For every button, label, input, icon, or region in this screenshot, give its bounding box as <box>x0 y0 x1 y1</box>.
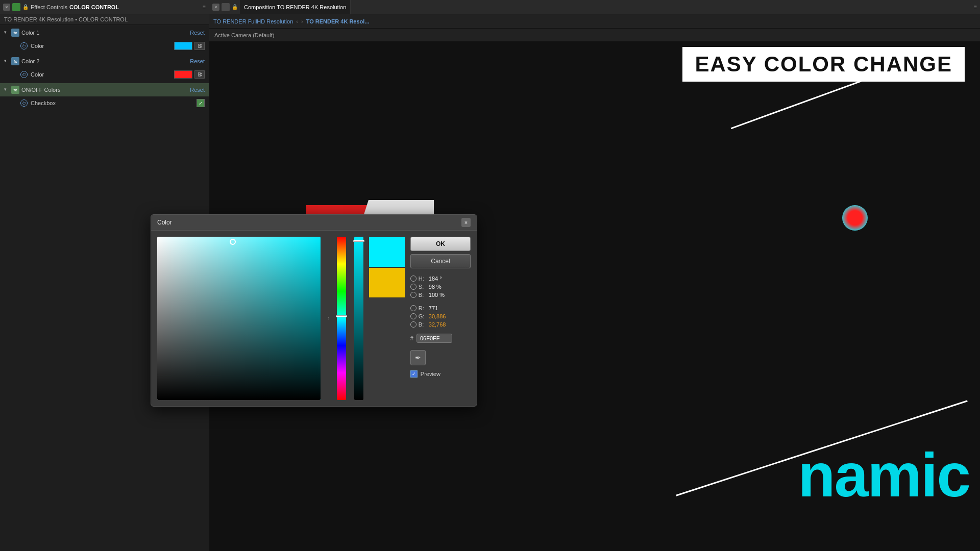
hex-label: # <box>410 335 413 341</box>
dialog-close-btn[interactable]: × <box>461 218 471 227</box>
color2-section: ▾ fx Color 2 Reset ⏱ Color ⛓ <box>0 54 209 82</box>
breadcrumb-arrow2: › <box>301 18 303 24</box>
banner-text: EASY COLOR CHANGE <box>695 52 952 76</box>
comp-tab-active[interactable]: Composition TO RENDER 4K Resolution <box>240 0 351 14</box>
hue-slider[interactable] <box>337 237 346 400</box>
color2-row[interactable]: ▾ fx Color 2 Reset <box>0 55 209 68</box>
color1-reset-btn[interactable]: Reset <box>190 30 205 36</box>
dialog-body: › OK Cancel H: <box>151 231 477 406</box>
controls-col: OK Cancel H: 184 ° S: 98 % B: <box>410 237 471 400</box>
blue-value: 32,768 <box>429 321 446 328</box>
comp-name-label: COLOR CONTROL <box>69 4 119 10</box>
color1-color-row: ⏱ Color ⛓ <box>0 39 209 53</box>
breadcrumb-item-4k[interactable]: TO RENDER 4K Resol... <box>306 18 370 24</box>
comp-tab-menu-icon[interactable]: ≡ <box>974 4 977 10</box>
comp-tab-name: TO RENDER 4K Resolution <box>277 4 346 10</box>
hex-input[interactable] <box>416 334 452 343</box>
hue-value: 184 ° <box>429 276 442 282</box>
swatch-new <box>369 237 405 267</box>
comp-breadcrumb-bar: TO RENDER FullHD Resolution ‹ › TO RENDE… <box>209 14 980 29</box>
fx-icon-color2: fx <box>11 57 19 65</box>
sat-input-row: S: 98 % <box>410 284 471 290</box>
green-radio[interactable] <box>410 313 416 319</box>
brightness-slider[interactable] <box>354 237 363 400</box>
bright-radio[interactable] <box>410 292 416 298</box>
red-input-row: R: 771 <box>410 305 471 311</box>
tab-menu-icon[interactable]: ≡ <box>203 4 206 10</box>
color2-color-label: Color <box>31 71 174 78</box>
sat-label: S: <box>419 284 427 290</box>
color-picker-gradient[interactable] <box>157 237 321 400</box>
fx-icon-color1: fx <box>11 29 19 37</box>
onoff-reset-btn[interactable]: Reset <box>190 87 205 93</box>
stopwatch-icon-color2[interactable]: ⏱ <box>20 71 28 78</box>
color1-name: Color 1 <box>21 30 190 36</box>
stopwatch-icon-onoff[interactable]: ⏱ <box>20 99 28 107</box>
swatch-old <box>369 267 405 298</box>
hue-label: H: <box>419 276 427 282</box>
breadcrumb-arrow: ‹ <box>296 18 298 24</box>
onoff-row[interactable]: ▾ fx ON/OFF Colors Reset <box>0 83 209 96</box>
sat-radio[interactable] <box>410 284 416 290</box>
color2-link-btn[interactable]: ⛓ <box>194 70 205 79</box>
dynamic-text: namic <box>798 440 970 510</box>
blue-input-row: B: 32,768 <box>410 321 471 328</box>
hue-indicator <box>336 315 347 317</box>
green-value: 30,886 <box>429 313 446 319</box>
checkbox-control[interactable]: ✓ <box>197 99 205 107</box>
blue-radio[interactable] <box>410 321 416 328</box>
comp-lock-icon: 🔒 <box>232 4 238 10</box>
lock-icon: 🔒 <box>22 4 29 10</box>
red-label: R: <box>419 305 427 311</box>
red-radio[interactable] <box>410 305 416 311</box>
collapse-arrow-color1[interactable]: ▾ <box>4 30 10 36</box>
brightness-slider-col <box>352 237 363 400</box>
active-camera-bar: Active Camera (Default) <box>209 29 980 42</box>
onoff-name: ON/OFF Colors <box>21 87 190 93</box>
panel-icon <box>12 3 20 11</box>
dialog-titlebar: Color × <box>151 215 477 231</box>
hue-slider-col <box>337 237 346 400</box>
breadcrumb-item-fullhd[interactable]: TO RENDER FullHD Resolution <box>213 18 293 24</box>
cancel-button[interactable]: Cancel <box>410 254 471 268</box>
stopwatch-icon-color1[interactable]: ⏱ <box>20 42 28 49</box>
dialog-title: Color <box>157 219 461 226</box>
panel-close-btn[interactable]: × <box>3 4 10 11</box>
hue-radio[interactable] <box>410 276 416 282</box>
preview-check-row: ✓ Preview <box>410 370 471 378</box>
hue-input-row: H: 184 ° <box>410 276 471 282</box>
easy-color-banner: EASY COLOR CHANGE <box>682 47 965 82</box>
comp-close-btn[interactable]: × <box>212 4 219 11</box>
hex-row: # <box>410 334 471 343</box>
onoff-checkbox-row: ⏱ Checkbox ✓ <box>0 96 209 110</box>
color2-color-row: ⏱ Color ⛓ <box>0 68 209 81</box>
comp-icon <box>222 3 230 11</box>
effect-controls-tab-bar: × 🔒 Effect Controls COLOR CONTROL ≡ <box>0 0 209 14</box>
green-input-row: G: 30,886 <box>410 313 471 319</box>
color-picker-dialog: Color × › OK <box>151 214 477 407</box>
collapse-arrow-color2[interactable]: ▾ <box>4 58 10 64</box>
color1-row[interactable]: ▾ fx Color 1 Reset <box>0 26 209 39</box>
comp-tab-bar: × 🔒 Composition TO RENDER 4K Resolution … <box>209 0 980 14</box>
onoff-section: ▾ fx ON/OFF Colors Reset ⏱ Checkbox ✓ <box>0 82 209 111</box>
preview-checkbox[interactable]: ✓ <box>410 370 418 378</box>
collapse-arrow-onoff[interactable]: ▾ <box>4 87 10 93</box>
bright-value: 100 % <box>429 292 445 298</box>
color1-swatch[interactable] <box>174 42 192 50</box>
color-inputs: H: 184 ° S: 98 % B: 100 % <box>410 276 471 328</box>
breadcrumb: TO RENDER 4K Resolution • COLOR CONTROL <box>0 14 209 25</box>
green-label: G: <box>419 313 427 319</box>
effect-controls-label: Effect Controls <box>31 4 67 10</box>
fx-icon-onoff: fx <box>11 86 19 94</box>
color2-swatch[interactable] <box>174 70 192 79</box>
eyedropper-btn[interactable]: ✒ <box>410 350 426 365</box>
ok-button[interactable]: OK <box>410 237 471 251</box>
color1-link-btn[interactable]: ⛓ <box>194 42 205 50</box>
color1-color-label: Color <box>31 43 174 49</box>
brightness-indicator <box>353 240 364 242</box>
active-camera-label: Active Camera (Default) <box>214 32 274 38</box>
color2-reset-btn[interactable]: Reset <box>190 58 205 64</box>
checkbox-label: Checkbox <box>31 100 197 106</box>
expand-arrow-col[interactable]: › <box>326 237 332 400</box>
comp-label: Composition <box>244 4 275 10</box>
